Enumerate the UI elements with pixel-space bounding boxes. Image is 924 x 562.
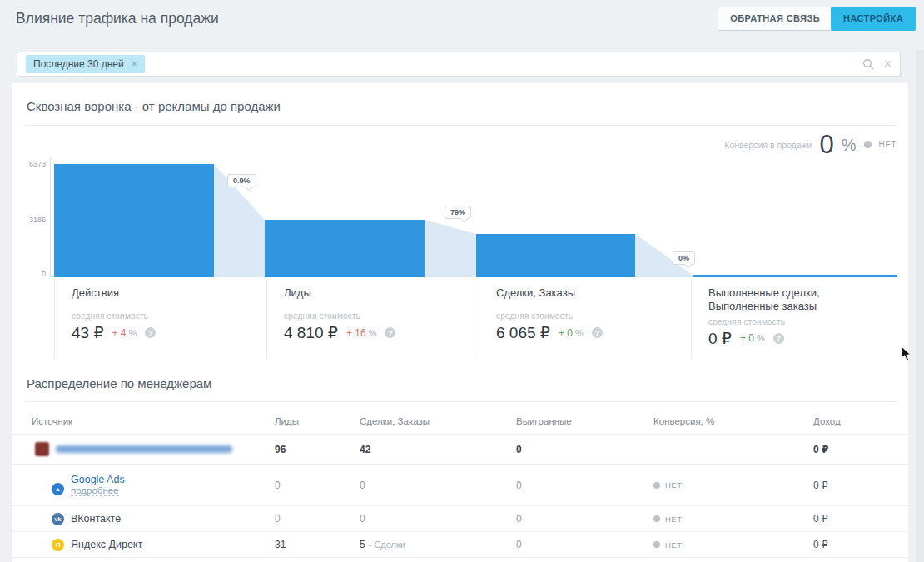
filter-chip-label: Последние 30 дней xyxy=(33,58,124,70)
conversion-status: НЕТ xyxy=(665,515,683,524)
chip-close-icon[interactable]: × xyxy=(132,59,137,69)
funnel-bar-actions[interactable] xyxy=(54,164,214,277)
col-source: Источник xyxy=(32,416,275,426)
stage-name: Лиды xyxy=(284,286,462,300)
sources-table: Источник Лиды Сделки, Заказы Выигранные … xyxy=(12,408,908,558)
page-title: Влияние трафика на продажи xyxy=(16,10,219,27)
stage-won-deals: Выполненные сделки, Выполненные заказы с… xyxy=(691,279,897,359)
col-income: Доход xyxy=(813,416,908,426)
funnel-chart: 6373 3186 0 0.9% 79% 0% xyxy=(12,129,908,277)
table-row: Я Яндекс Директ 31 5- Сделки 0 НЕТ 0 ₽ xyxy=(12,532,908,558)
delta-unit: % xyxy=(129,328,137,338)
leads-value: 96 xyxy=(275,444,360,455)
feedback-button[interactable]: ОБРАТНАЯ СВЯЗЬ xyxy=(718,7,832,31)
transition-percent-badge: 0.9% xyxy=(227,174,256,187)
filter-chip-period[interactable]: Последние 30 дней × xyxy=(26,55,145,73)
col-conversion: Конверсия, % xyxy=(653,416,813,426)
stage-name: Действия xyxy=(72,286,250,300)
status-dot-icon xyxy=(653,541,660,548)
leads-value: 0 xyxy=(275,480,360,491)
table-header-row: Источник Лиды Сделки, Заказы Выигранные … xyxy=(12,408,908,435)
help-icon[interactable]: ? xyxy=(385,327,395,338)
leads-value: 31 xyxy=(275,539,360,550)
col-won: Выигранные xyxy=(516,416,653,426)
funnel-bar-leads[interactable] xyxy=(265,220,425,277)
transition-percent-badge: 79% xyxy=(445,206,471,219)
stage-name: Выполненные сделки, Выполненные заказы xyxy=(708,286,881,314)
filter-bar[interactable]: Последние 30 дней × × xyxy=(17,52,901,77)
stage-actions: Действия средняя стоимость 43 ₽ + 4% ? xyxy=(54,279,266,359)
clear-filter-icon[interactable]: × xyxy=(884,57,892,71)
mouse-cursor xyxy=(901,346,912,366)
conversion-status: НЕТ xyxy=(665,480,683,490)
avatar xyxy=(35,442,49,456)
funnel-bar-won[interactable] xyxy=(693,275,897,277)
won-value: 0 xyxy=(516,513,653,525)
won-value: 0 xyxy=(516,539,653,550)
status-dot-icon xyxy=(653,515,660,522)
delta-unit: % xyxy=(575,328,584,338)
avg-cost-label: средняя стоимость xyxy=(284,311,462,321)
leads-value: 0 xyxy=(275,513,360,525)
source-name: Яндекс Директ xyxy=(71,539,142,550)
yandex-direct-icon: Я xyxy=(52,539,64,551)
funnel-bar-deals[interactable] xyxy=(476,234,635,277)
deals-note: - Сделки xyxy=(369,540,405,550)
help-icon[interactable]: ? xyxy=(592,327,603,338)
details-link[interactable]: подробнее xyxy=(71,485,119,496)
won-value: 0 xyxy=(516,480,653,491)
status-dot-icon xyxy=(653,482,660,489)
divider xyxy=(25,125,897,126)
deals-value: 42 xyxy=(360,444,516,455)
conversion-status: НЕТ xyxy=(665,540,683,550)
avg-cost-label: средняя стоимость xyxy=(708,317,881,326)
search-icon[interactable] xyxy=(862,58,874,70)
delta-unit: % xyxy=(369,328,377,338)
help-icon[interactable]: ? xyxy=(145,327,156,338)
income-value: 0 ₽ xyxy=(813,444,908,455)
funnel-section-title: Сквозная воронка - от рекламы до продажи xyxy=(27,99,281,113)
redacted-source-name[interactable] xyxy=(56,445,232,453)
delta-unit: % xyxy=(757,333,765,343)
avg-cost-value: 43 ₽ xyxy=(72,323,104,342)
stage-name: Сделки, Заказы xyxy=(496,286,674,300)
source-name: ВКонтакте xyxy=(71,513,121,525)
stage-leads: Лиды средняя стоимость 4 810 ₽ + 16% ? xyxy=(266,279,479,359)
google-ads-icon: ▲ xyxy=(52,483,64,495)
avg-cost-label: средняя стоимость xyxy=(72,311,250,321)
avg-cost-value: 0 ₽ xyxy=(708,329,732,348)
avg-cost-label: средняя стоимость xyxy=(496,311,674,321)
delta-value: + 4 xyxy=(112,327,127,339)
main-panel: Сквозная воронка - от рекламы до продажи… xyxy=(12,83,908,562)
deals-value: 0 xyxy=(360,480,516,491)
delta-value: + 0 xyxy=(559,327,573,339)
col-leads: Лиды xyxy=(275,416,360,426)
delta-value: + 16 xyxy=(346,327,366,339)
funnel-stage-stats: Действия средняя стоимость 43 ₽ + 4% ? Л… xyxy=(54,279,897,359)
income-value: 0 ₽ xyxy=(813,539,908,550)
table-row: 96 42 0 0 ₽ xyxy=(12,435,908,465)
avg-cost-value: 4 810 ₽ xyxy=(284,323,338,342)
income-value: 0 ₽ xyxy=(813,480,908,491)
table-row: ▲ Google Ads подробнее 0 0 0 НЕТ 0 ₽ xyxy=(12,465,908,506)
delta-value: + 0 xyxy=(740,332,754,344)
vkontakte-icon: vk xyxy=(52,513,64,525)
managers-section-title: Распределение по менеджерам xyxy=(27,376,211,390)
transition-percent-badge: 0% xyxy=(673,251,695,265)
won-value: 0 xyxy=(516,444,653,455)
divider xyxy=(25,401,897,402)
source-link[interactable]: Google Ads xyxy=(71,474,125,485)
income-value: 0 ₽ xyxy=(813,513,908,525)
deals-value: 5 xyxy=(360,539,365,550)
deals-value: 0 xyxy=(360,513,516,525)
col-deals: Сделки, Заказы xyxy=(360,416,516,426)
stage-deals: Сделки, Заказы средняя стоимость 6 065 ₽… xyxy=(479,279,691,359)
scrollbar[interactable] xyxy=(916,50,924,562)
table-row: vk ВКонтакте 0 0 0 НЕТ 0 ₽ xyxy=(12,506,908,532)
settings-button[interactable]: НАСТРОЙКА xyxy=(831,7,916,31)
avg-cost-value: 6 065 ₽ xyxy=(496,323,550,342)
help-icon[interactable]: ? xyxy=(773,333,784,344)
